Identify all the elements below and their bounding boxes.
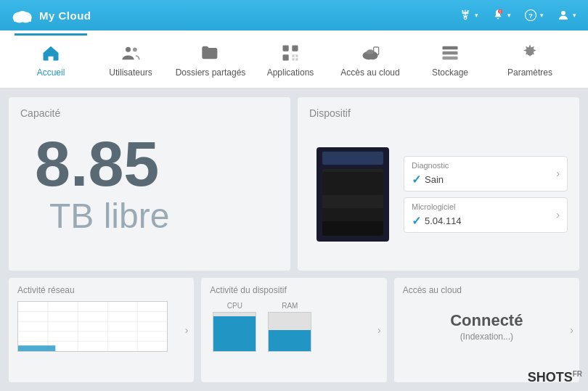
dispositif-inner: Diagnostic ✓ Sain › Micrologiciel ✓ 5.04… <box>309 128 568 260</box>
header-icons: ▾ ! ▾ ? ▾ ▾ <box>459 9 576 22</box>
nav-parametres-label: Paramètres <box>507 67 552 78</box>
svg-point-11 <box>561 11 565 15</box>
usb-button[interactable]: ▾ <box>459 9 478 22</box>
activite-dispositif-card: Activité du dispositif CPU RAM › <box>201 278 386 382</box>
diagnostic-text: Sain <box>425 174 444 185</box>
dispositif-card: Dispositif Diagnostic ✓ Sain › <box>298 97 579 271</box>
device-image-area <box>309 128 396 260</box>
ram-label: RAM <box>282 302 298 310</box>
nav-applications-label: Applications <box>267 67 314 78</box>
svg-rect-14 <box>283 46 289 52</box>
nav-dossiers[interactable]: Dossiers partagés <box>174 33 247 86</box>
micrologiciel-text: 5.04.114 <box>425 215 462 226</box>
device-info-area: Diagnostic ✓ Sain › Micrologiciel ✓ 5.04… <box>404 128 568 260</box>
bell-icon: ! <box>491 9 505 22</box>
activite-dispositif-title: Activité du dispositif <box>210 285 377 295</box>
main-content: Capacité 8.85 TB libre Dispositif Diagno… <box>0 89 588 391</box>
svg-rect-27 <box>443 57 458 60</box>
diagnostic-label: Diagnostic <box>412 161 449 170</box>
nav-parametres[interactable]: Paramètres <box>494 33 566 86</box>
capacite-value: 8.85 <box>35 132 159 196</box>
diagnostic-check-icon: ✓ <box>412 173 421 186</box>
cloud-icon <box>360 43 380 63</box>
nav-applications[interactable]: Applications <box>254 33 327 86</box>
diagnostic-row[interactable]: Diagnostic ✓ Sain › <box>404 156 568 192</box>
user-chevron: ▾ <box>573 12 576 19</box>
home-icon <box>41 43 61 63</box>
activite-reseau-title: Activité réseau <box>17 285 185 295</box>
cpu-bar-outer <box>213 312 256 352</box>
nav-utilisateurs-label: Utilisateurs <box>109 67 152 78</box>
cloud-substatus-text: (Indexation...) <box>460 332 513 342</box>
svg-rect-15 <box>292 46 298 52</box>
nav-dossiers-label: Dossiers partagés <box>176 67 246 78</box>
micrologiciel-label: Micrologiciel <box>412 202 462 211</box>
header: My Cloud ▾ ! ▾ ? <box>0 0 588 30</box>
user-button[interactable]: ▾ <box>557 9 576 22</box>
usb-chevron: ▾ <box>475 12 478 19</box>
diagnostic-arrow-icon: › <box>556 168 560 179</box>
folder-icon <box>200 43 221 63</box>
storage-icon <box>440 43 460 63</box>
micrologiciel-arrow-icon: › <box>556 209 560 221</box>
bottom-cards: Activité réseau › Activité du dispositif <box>9 278 579 382</box>
cpu-bar-wrap: CPU <box>213 302 256 352</box>
network-chart <box>17 301 168 352</box>
svg-rect-25 <box>443 46 458 50</box>
micrologiciel-value: ✓ 5.04.114 <box>412 214 462 228</box>
alerts-button[interactable]: ! ▾ <box>491 9 511 22</box>
nav-utilisateurs[interactable]: Utilisateurs <box>94 33 167 86</box>
acces-cloud-card: Accès au cloud Connecté (Indexation...) … <box>394 278 579 382</box>
activite-reseau-card: Activité réseau › <box>9 278 194 382</box>
micrologiciel-check-icon: ✓ <box>412 214 421 228</box>
nav-accueil[interactable]: Accueil <box>15 33 87 86</box>
activity-chart: CPU RAM <box>210 301 377 352</box>
capacite-unit: TB libre <box>49 196 169 236</box>
cloud-arrow-icon[interactable]: › <box>570 324 573 336</box>
settings-icon <box>520 43 540 63</box>
network-arrow-icon[interactable]: › <box>185 324 189 336</box>
svg-point-13 <box>133 47 137 52</box>
watermark-locale: FR <box>573 370 582 378</box>
cloud-status-text: Connecté <box>450 311 523 330</box>
svg-rect-37 <box>18 345 55 351</box>
help-icon: ? <box>524 9 537 22</box>
bell-chevron: ▾ <box>507 12 511 19</box>
nav-stockage[interactable]: Stockage <box>414 33 486 86</box>
svg-rect-16 <box>283 54 289 60</box>
user-icon <box>557 9 570 22</box>
app-title: My Cloud <box>39 9 91 22</box>
micrologiciel-row[interactable]: Micrologiciel ✓ 5.04.114 › <box>404 197 568 233</box>
usb-icon <box>459 9 472 22</box>
svg-point-4 <box>462 10 463 12</box>
svg-point-5 <box>467 10 469 12</box>
capacite-card: Capacité 8.85 TB libre <box>9 97 290 271</box>
network-chart-grid <box>18 302 167 351</box>
svg-text:?: ? <box>528 12 533 20</box>
ram-bar-fill <box>269 330 311 351</box>
svg-point-12 <box>126 47 131 52</box>
device-image <box>317 147 389 242</box>
watermark: SHOTSFR <box>528 370 582 385</box>
ram-bar-wrap: RAM <box>268 302 311 352</box>
nav-acces[interactable]: Accès au cloud <box>334 33 407 86</box>
acces-cloud-title: Accès au cloud <box>403 285 571 295</box>
logo-area: My Cloud <box>12 7 91 23</box>
navbar: Accueil Utilisateurs Dossiers partagés A… <box>0 30 588 89</box>
dispositif-title: Dispositif <box>309 107 568 119</box>
help-chevron: ▾ <box>540 12 544 19</box>
cpu-label: CPU <box>227 302 242 310</box>
cpu-bar-fill <box>213 316 256 351</box>
users-icon <box>121 43 141 63</box>
cloud-logo-icon <box>12 7 33 23</box>
nav-accueil-label: Accueil <box>37 67 65 78</box>
nav-stockage-label: Stockage <box>432 67 468 78</box>
ram-bar-outer <box>268 312 311 352</box>
diagnostic-value: ✓ Sain <box>412 173 449 186</box>
activity-arrow-icon[interactable]: › <box>377 324 381 336</box>
nav-acces-label: Accès au cloud <box>340 67 399 78</box>
watermark-text: SHOTS <box>528 370 573 384</box>
cloud-access-content: Connecté (Indexation...) <box>403 301 571 352</box>
help-button[interactable]: ? ▾ <box>524 9 544 22</box>
capacite-title: Capacité <box>20 107 60 119</box>
